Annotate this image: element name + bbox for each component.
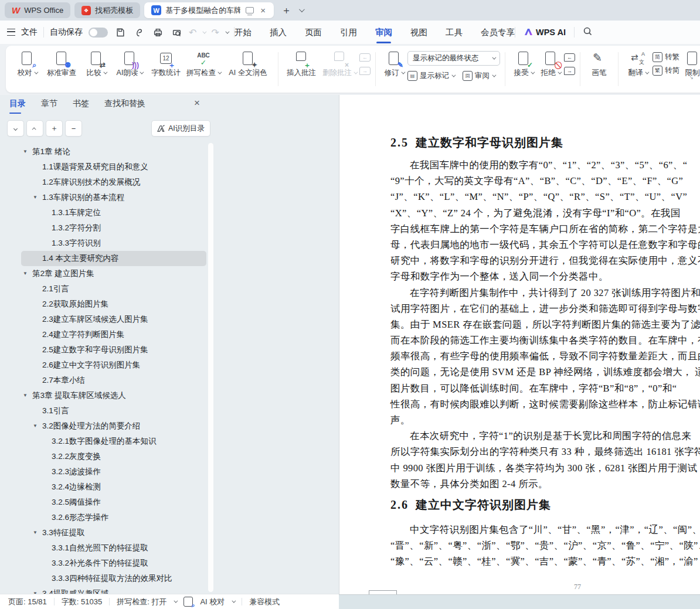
word-count-button[interactable]: 12 ＋ 字数统计 — [148, 51, 184, 78]
tab-list-chevron-icon[interactable] — [299, 6, 305, 12]
toc-item[interactable]: 1.1课题背景及研究目的和意义 — [0, 159, 215, 175]
toc-item[interactable]: 3.2.2灰度变换 — [0, 449, 215, 464]
toc-item[interactable]: 2.5建立数字和字母识别图片集 — [0, 342, 215, 358]
compare-button[interactable]: ⇄ 比较 — [81, 51, 111, 78]
show-markup-button[interactable]: ▤ 显示标记 — [407, 71, 454, 81]
toc-item[interactable]: 3.2.3滤波操作 — [0, 464, 215, 479]
sidebar-scrollbar-thumb[interactable] — [208, 143, 213, 592]
menu-tab-page[interactable]: 页面 — [304, 25, 323, 40]
toc-item[interactable]: 3.2.4边缘检测 — [0, 479, 215, 495]
autosave-toggle[interactable] — [89, 28, 108, 38]
close-tab-icon[interactable]: × — [259, 5, 267, 15]
spell-check-chevron-icon[interactable] — [174, 599, 178, 603]
ai-proofread-status[interactable]: AI 校对 — [200, 597, 225, 607]
text-line: “9”十个，大写的英文字母有“A”、“B”、“C”、“D”、“E”、“F”、“G… — [390, 173, 700, 189]
sidebar-tab-contents[interactable]: 目录 — [9, 98, 26, 114]
tab-docer[interactable]: ❖ 找稻壳模板 — [74, 2, 140, 18]
ai-recognize-toc-button[interactable]: AI识别目录 — [151, 120, 210, 137]
spell-check-button[interactable]: ABC ✓ 拼写检查 — [184, 51, 223, 78]
insert-comment-button[interactable]: ＋ 插入批注 — [283, 51, 320, 78]
collapse-arrow-icon[interactable]: ▼ — [23, 149, 28, 154]
tab-wps-office[interactable]: W WPS Office — [5, 2, 70, 18]
toc-item[interactable]: 1.3.3字符识别 — [0, 236, 215, 251]
toc-item[interactable]: 1.3.2字符分割 — [0, 220, 215, 236]
toc-prev-heading-button[interactable] — [26, 120, 43, 137]
word-count-indicator[interactable]: 字数: 51035 — [62, 597, 102, 607]
toc-item[interactable]: ▼第2章 建立图片集 — [0, 266, 215, 281]
toc-item[interactable]: 3.2.5阈值操作 — [0, 495, 215, 510]
collapse-arrow-icon[interactable]: ▼ — [33, 530, 38, 535]
track-changes-icon: ✎ — [386, 51, 402, 66]
collapse-arrow-icon[interactable]: ▼ — [33, 423, 38, 428]
track-changes-button[interactable]: ✎ 修订 — [380, 51, 407, 78]
toc-item[interactable]: 3.3.3四种特征提取方法的效果对比 — [0, 571, 215, 586]
menu-tab-insert[interactable]: 插入 — [269, 25, 288, 40]
menu-tab-reference[interactable]: 引用 — [339, 25, 358, 40]
share-screen-icon[interactable] — [246, 7, 254, 13]
markup-state-select[interactable]: 显示标记的最终状态 — [407, 51, 500, 66]
new-tab-button[interactable]: ＋ — [278, 4, 295, 17]
translate-button[interactable]: ⇄ A 文 翻译 — [623, 51, 653, 78]
page-indicator[interactable]: 页面: 15/81 — [8, 597, 47, 607]
menu-tab-tools[interactable]: 工具 — [444, 25, 464, 40]
toc-item[interactable]: ▼1.3车牌识别的基本流程 — [0, 190, 215, 205]
figure-border-corner — [369, 590, 397, 594]
search-icon[interactable] — [583, 26, 593, 38]
toc-item[interactable]: 3.3.1自然光照下的特征提取 — [0, 540, 215, 556]
wps-ai-button[interactable]: WPS AI — [524, 28, 566, 37]
menu-tab-start[interactable]: 开始 — [233, 25, 253, 40]
ai-proofread-chevron-icon[interactable] — [232, 599, 236, 603]
toc-item[interactable]: 3.3.2补光条件下的特征提取 — [0, 556, 215, 571]
ai-read-button[interactable]: ))) AI朗读 — [111, 51, 148, 78]
toc-item[interactable]: ▼3.3特征提取 — [0, 525, 215, 540]
save-icon[interactable] — [114, 25, 127, 39]
file-menu[interactable]: 文件 — [21, 27, 38, 38]
quickbar-chevron-icon[interactable] — [225, 29, 229, 33]
toc-item[interactable]: 3.2.1数字图像处理的基本知识 — [0, 434, 215, 449]
toc-item[interactable]: 3.1引言 — [0, 403, 215, 419]
proofread-button[interactable]: ⌕ 校对 — [12, 51, 42, 78]
toc-expand-all-button[interactable]: ＋ — [46, 120, 63, 137]
document-page[interactable]: 2.5建立数字和字母识别图片集 在我国车牌中的使用的数字有“0”、“1”、“2”… — [339, 95, 700, 594]
tab-document[interactable]: W 基于多模型融合的车牌智能识 × — [144, 2, 274, 18]
reject-button[interactable]: ⃠ 拒绝 — [537, 51, 564, 78]
collapse-arrow-icon[interactable]: ▼ — [23, 271, 28, 276]
sidebar-tab-find-replace[interactable]: 查找和替换 — [104, 98, 145, 114]
next-change-icon[interactable]: → — [564, 67, 575, 75]
toc-item[interactable]: ▼第3章 提取车牌区域候选人 — [0, 388, 215, 403]
export-pdf-icon[interactable] — [132, 25, 145, 39]
toc-item[interactable]: 2.6建立中文字符识别图片集 — [0, 358, 215, 373]
sidebar-tab-chapters[interactable]: 章节 — [41, 98, 57, 114]
previous-change-icon[interactable]: ← — [564, 53, 575, 62]
restrict-edit-button[interactable]: 限制 — [685, 51, 700, 78]
toc-item[interactable]: 1.2车牌识别技术的发展概况 — [0, 175, 215, 190]
toc-item[interactable]: ▼3.2图像处理方法的简要介绍 — [0, 419, 215, 434]
menu-tab-member[interactable]: 会员专享 — [480, 25, 516, 40]
menu-tab-view[interactable]: 视图 — [409, 25, 429, 40]
toc-item[interactable]: ▼第1章 绪论 — [0, 144, 215, 159]
toc-item[interactable]: 2.2获取原始图片集 — [0, 297, 215, 312]
sidebar-tab-bookmarks[interactable]: 书签 — [73, 98, 89, 114]
print-preview-icon[interactable] — [170, 25, 183, 39]
ai-polish-button[interactable]: ✦ AI 全文润色 — [223, 51, 273, 78]
collapse-arrow-icon[interactable]: ▼ — [33, 195, 38, 200]
menu-tab-review[interactable]: 审阅 — [374, 25, 393, 40]
print-icon[interactable] — [151, 25, 164, 39]
accept-button[interactable]: ✓ 接受 — [510, 51, 537, 78]
review-pane-button[interactable]: 回 审阅 — [463, 71, 495, 81]
hamburger-icon[interactable] — [7, 29, 15, 36]
standard-review-button[interactable]: ⚉ 标准审查 — [42, 51, 81, 78]
toc-item-selected[interactable]: 1.4 本文主要研究内容 — [21, 251, 206, 266]
toc-item[interactable]: 3.2.6形态学操作 — [0, 510, 215, 525]
toc-collapse-all-button[interactable]: − — [65, 120, 82, 137]
toc-item[interactable]: 2.7本章小结 — [0, 373, 215, 388]
toc-next-heading-button[interactable] — [7, 120, 24, 137]
collapse-arrow-icon[interactable]: ▼ — [23, 393, 28, 398]
toc-item[interactable]: 2.4建立字符判断图片集 — [0, 327, 215, 342]
toc-item[interactable]: 2.3建立车牌区域候选人图片集 — [0, 312, 215, 327]
spell-check-status[interactable]: 拼写检查: 打开 — [117, 597, 166, 607]
toc-item[interactable]: 1.3.1车牌定位 — [0, 205, 215, 220]
ink-brush-button[interactable]: ✎ 画笔 — [585, 51, 613, 78]
toc-item[interactable]: 2.1引言 — [0, 281, 215, 297]
sidebar-close-icon[interactable]: × — [194, 97, 200, 109]
